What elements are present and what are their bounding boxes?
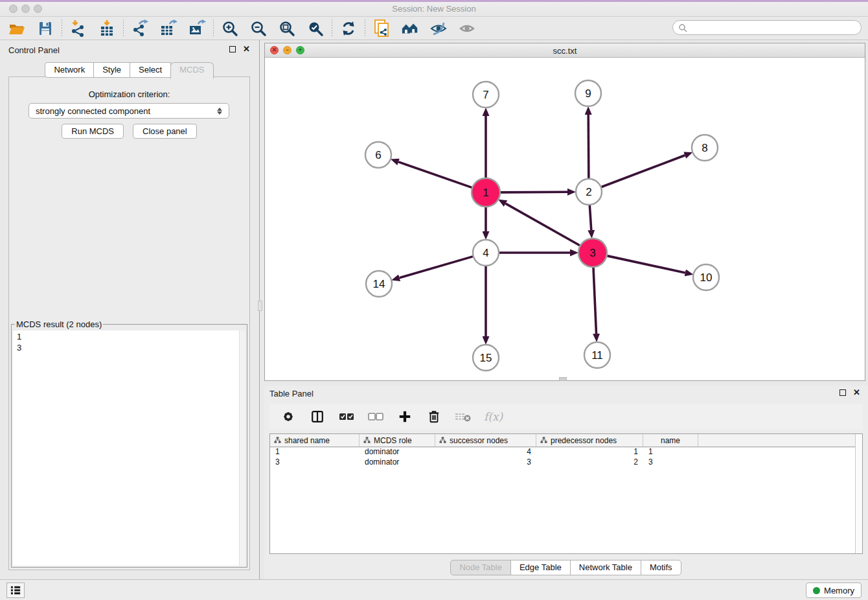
export-table-icon[interactable]	[159, 19, 177, 38]
tab-mcds[interactable]: MCDS	[170, 62, 213, 79]
table-cell[interactable]: 3	[435, 457, 536, 468]
close-table-panel-icon[interactable]: ✕	[853, 389, 860, 396]
node-6[interactable]: 6	[365, 142, 391, 168]
clone-network-icon[interactable]	[372, 19, 391, 38]
hierarchy-icon	[439, 437, 446, 444]
main-toolbar	[0, 17, 868, 40]
window-resize-grip[interactable]	[559, 377, 567, 381]
export-image-icon[interactable]	[188, 19, 206, 38]
table-cell[interactable]: 2	[536, 457, 643, 468]
search-input[interactable]	[687, 23, 856, 32]
memory-button[interactable]: Memory	[806, 583, 862, 598]
node-7[interactable]: 7	[473, 82, 499, 108]
search-field[interactable]	[672, 20, 862, 35]
table-cell[interactable]: 4	[435, 447, 536, 457]
edge-1-6[interactable]	[398, 162, 472, 188]
optimization-criterion-select[interactable]: strongly connected component	[29, 103, 229, 119]
import-table-icon[interactable]	[98, 19, 116, 38]
save-session-icon[interactable]	[36, 19, 54, 38]
zoom-out-icon[interactable]	[249, 19, 268, 38]
column-header-predecessor-nodes[interactable]: predecessor nodes	[536, 434, 643, 446]
network-window-title: scc.txt	[265, 46, 865, 56]
tab-network[interactable]: Network	[45, 62, 94, 78]
tab-select[interactable]: Select	[130, 62, 171, 78]
float-table-panel-icon[interactable]	[839, 389, 846, 396]
import-network-icon[interactable]	[69, 19, 87, 38]
edge-2-8[interactable]	[602, 156, 685, 187]
toolbar-separator	[332, 19, 332, 38]
node-2[interactable]: 2	[576, 179, 602, 205]
column-header-MCDS-role[interactable]: MCDS role	[360, 434, 435, 446]
table-tabs: Node TableEdge TableNetwork TableMotifs	[264, 560, 868, 575]
node-table[interactable]: shared nameMCDS rolesuccessor nodesprede…	[269, 433, 863, 554]
open-session-icon[interactable]	[8, 19, 26, 38]
run-mcds-button[interactable]: Run MCDS	[62, 124, 124, 139]
node-14[interactable]: 14	[366, 271, 392, 297]
selected-option: strongly connected component	[36, 106, 217, 116]
task-history-button[interactable]	[6, 583, 25, 598]
edge-2-3[interactable]	[589, 205, 591, 230]
float-panel-icon[interactable]	[229, 46, 236, 52]
svg-text:8: 8	[702, 142, 707, 154]
hide-selected-icon[interactable]	[429, 19, 448, 38]
close-panel-button[interactable]: Close panel	[133, 124, 197, 139]
first-neighbors-icon[interactable]	[401, 19, 419, 38]
table-cell[interactable]: 3	[643, 457, 698, 468]
optimization-criterion-label: Optimization criterion:	[9, 89, 249, 99]
zoom-in-icon[interactable]	[221, 19, 239, 38]
edge-2-9[interactable]	[588, 115, 589, 178]
column-header-successor-nodes[interactable]: successor nodes	[435, 434, 536, 446]
table-options-icon[interactable]	[280, 408, 297, 425]
edge-3-1[interactable]	[505, 203, 579, 246]
tab-motifs[interactable]: Motifs	[641, 560, 681, 575]
table-cell[interactable]: dominator	[360, 447, 435, 457]
node-1[interactable]: 1	[472, 178, 500, 207]
node-3[interactable]: 3	[578, 238, 607, 267]
table-cell[interactable]: dominator	[360, 457, 435, 468]
edge-3-11[interactable]	[593, 268, 597, 334]
table-cell[interactable]: 1	[536, 447, 643, 457]
table-cell[interactable]: 3	[270, 457, 360, 468]
zoom-selected-icon[interactable]	[306, 19, 325, 38]
panel-splitter-handle[interactable]	[258, 301, 262, 311]
export-network-icon[interactable]	[131, 19, 149, 38]
tab-style[interactable]: Style	[93, 62, 130, 78]
mcds-result-area[interactable]: 1 3	[13, 330, 246, 566]
delete-row-icon[interactable]	[426, 408, 442, 425]
close-panel-icon[interactable]: ✕	[243, 46, 250, 52]
table-scrollbar[interactable]	[855, 434, 862, 553]
node-8[interactable]: 8	[692, 135, 718, 161]
result-scrollbar[interactable]	[239, 330, 246, 566]
edge-1-2[interactable]	[501, 192, 567, 192]
delete-table-icon[interactable]	[455, 408, 472, 425]
table-cell[interactable]: 1	[643, 447, 698, 457]
column-header-name[interactable]: name	[643, 434, 698, 446]
column-header-shared-name[interactable]: shared name	[270, 434, 360, 446]
table-row[interactable]: 1dominator411	[270, 447, 862, 457]
network-window-titlebar[interactable]: ✕ − + scc.txt	[265, 43, 865, 58]
node-4[interactable]: 4	[473, 240, 499, 266]
svg-text:7: 7	[483, 89, 488, 101]
show-all-icon[interactable]	[458, 19, 476, 38]
tab-node-table[interactable]: Node Table	[450, 560, 511, 575]
add-row-icon[interactable]	[396, 408, 413, 425]
network-graph[interactable]: 7968124314101511	[265, 58, 865, 380]
function-builder-icon[interactable]: f(x)	[484, 410, 503, 423]
zoom-fit-icon[interactable]	[278, 19, 296, 38]
tab-edge-table[interactable]: Edge Table	[510, 560, 571, 575]
select-all-icon[interactable]	[338, 408, 355, 425]
table-row[interactable]: 3dominator323	[270, 457, 862, 468]
edge-4-14[interactable]	[400, 257, 473, 278]
tab-network-table[interactable]: Network Table	[570, 560, 641, 575]
node-15[interactable]: 15	[473, 345, 499, 371]
refresh-icon[interactable]	[339, 19, 358, 38]
column-view-icon[interactable]	[309, 408, 326, 425]
edge-3-10[interactable]	[607, 256, 685, 273]
table-cell[interactable]: 1	[270, 447, 360, 457]
memory-status-icon	[813, 587, 820, 594]
deselect-all-icon[interactable]	[367, 408, 384, 425]
node-11[interactable]: 11	[584, 342, 610, 368]
node-10[interactable]: 10	[693, 264, 719, 290]
toolbar-separator	[213, 19, 214, 38]
node-9[interactable]: 9	[575, 80, 601, 106]
